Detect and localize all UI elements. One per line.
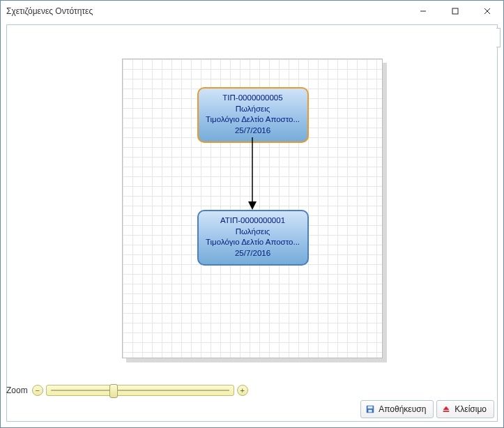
save-button-label: Αποθήκευση xyxy=(379,404,426,414)
svg-rect-10 xyxy=(443,411,450,412)
app-window: Σχετιζόμενες Οντότητες ΤΙΠ-0000000005 xyxy=(0,0,504,428)
edge-arrow xyxy=(247,137,258,211)
maximize-button[interactable] xyxy=(439,1,471,22)
node-code: ΤΙΠ-0000000005 xyxy=(203,93,303,104)
svg-marker-9 xyxy=(443,406,450,410)
window-title: Σχετιζόμενες Οντότητες xyxy=(6,6,407,16)
plus-icon: + xyxy=(240,387,244,395)
save-icon xyxy=(365,404,375,414)
footer: Zoom − + xyxy=(7,369,497,421)
node-date: 25/7/2016 xyxy=(203,125,303,137)
minus-icon: − xyxy=(35,387,39,395)
maximize-icon xyxy=(452,8,459,15)
node-category: Πωλήσεις xyxy=(203,227,303,238)
close-window-button[interactable] xyxy=(471,1,503,22)
close-button-label: Κλείσιμο xyxy=(455,404,487,414)
node-type: Τιμολόγιο Δελτίο Αποστο... xyxy=(203,114,303,125)
zoom-in-button[interactable]: + xyxy=(237,385,248,396)
svg-rect-8 xyxy=(369,410,372,413)
zoom-controls: Zoom − + xyxy=(6,385,248,396)
canvas-shadow: ΤΙΠ-0000000005 Πωλήσεις Τιμολόγιο Δελτίο… xyxy=(122,59,383,358)
svg-rect-7 xyxy=(368,406,373,409)
diagram-node[interactable]: ΑΤΙΠ-0000000001 Πωλήσεις Τιμολόγιο Δελτί… xyxy=(197,210,309,266)
node-category: Πωλήσεις xyxy=(203,104,303,115)
window-controls xyxy=(407,1,503,22)
minimize-icon xyxy=(420,8,427,15)
svg-marker-5 xyxy=(248,201,257,210)
svg-rect-1 xyxy=(452,8,458,14)
close-icon xyxy=(484,8,491,15)
save-button[interactable]: Αποθήκευση xyxy=(360,400,434,418)
zoom-slider[interactable] xyxy=(46,385,234,396)
eject-icon xyxy=(441,404,451,414)
slider-track xyxy=(51,390,229,391)
close-button[interactable]: Κλείσιμο xyxy=(436,400,494,418)
action-buttons: Αποθήκευση Κλείσιμο xyxy=(360,400,494,418)
diagram-node[interactable]: ΤΙΠ-0000000005 Πωλήσεις Τιμολόγιο Δελτίο… xyxy=(197,87,309,143)
zoom-label: Zoom xyxy=(6,385,29,395)
node-date: 25/7/2016 xyxy=(203,248,303,259)
zoom-out-button[interactable]: − xyxy=(32,385,43,396)
slider-thumb[interactable] xyxy=(109,384,118,398)
titlebar[interactable]: Σχετιζόμενες Οντότητες xyxy=(1,1,503,22)
canvas-viewport[interactable]: ΤΙΠ-0000000005 Πωλήσεις Τιμολόγιο Δελτίο… xyxy=(7,25,497,369)
diagram-canvas[interactable]: ΤΙΠ-0000000005 Πωλήσεις Τιμολόγιο Δελτίο… xyxy=(122,59,383,358)
client-area: ΤΙΠ-0000000005 Πωλήσεις Τιμολόγιο Δελτίο… xyxy=(6,24,498,422)
node-code: ΑΤΙΠ-0000000001 xyxy=(203,215,303,227)
node-type: Τιμολόγιο Δελτίο Αποστο... xyxy=(203,237,303,248)
minimize-button[interactable] xyxy=(407,1,439,22)
inner-panel: ΤΙΠ-0000000005 Πωλήσεις Τιμολόγιο Δελτίο… xyxy=(6,24,498,422)
